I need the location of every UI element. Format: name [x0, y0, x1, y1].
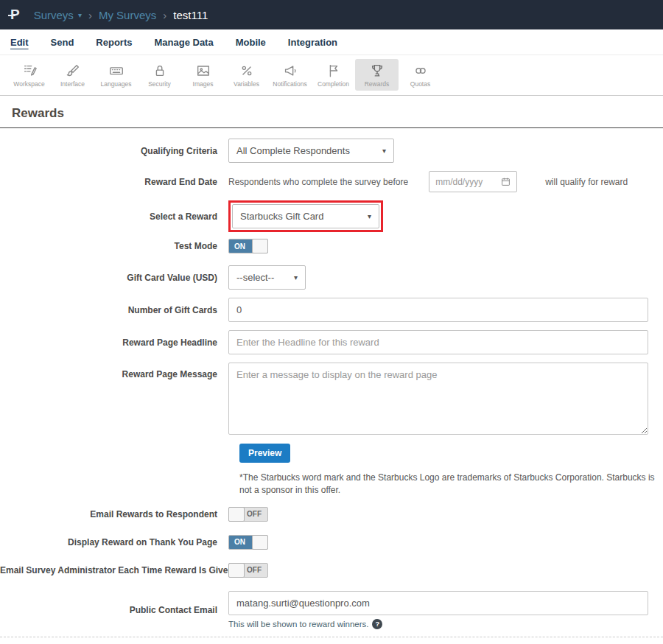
edit-toolbar: Workspace Interface Languages Security I… [0, 55, 663, 96]
tab-integration[interactable]: Integration [288, 37, 337, 48]
completion-icon [326, 63, 342, 79]
toggle-knob [252, 239, 268, 253]
public-email-helper: This will be shown to reward winners. ? [228, 619, 648, 629]
test-mode-row: Test Mode ON [0, 239, 663, 253]
gift-card-value-select[interactable]: --select-- ▾ [228, 265, 306, 290]
images-icon [195, 63, 211, 79]
toolbar-item-label: Rewards [365, 80, 390, 88]
public-contact-email-row: Public Contact Email This will be shown … [0, 591, 663, 629]
toggle-knob [252, 535, 268, 550]
surveys-menu-label: Surveys [34, 9, 74, 21]
chevron-down-icon: ▾ [78, 11, 82, 19]
toolbar-item-variables[interactable]: Variables [225, 59, 268, 91]
toolbar-item-quotas[interactable]: Quotas [399, 59, 442, 91]
email-rewards-label: Email Rewards to Respondent [0, 509, 228, 519]
chevron-down-icon: ▾ [294, 273, 298, 281]
quotas-icon [413, 63, 429, 79]
workspace-icon [21, 63, 38, 79]
toolbar-item-label: Images [193, 80, 214, 88]
email-rewards-row: Email Rewards to Respondent OFF [0, 507, 663, 522]
toolbar-item-security[interactable]: Security [138, 59, 181, 91]
preview-button[interactable]: Preview [239, 444, 290, 463]
toggle-knob [228, 563, 245, 578]
rewards-trophy-icon [369, 63, 385, 79]
toolbar-item-notifications[interactable]: Notifications [268, 59, 312, 91]
test-mode-label: Test Mode [0, 241, 228, 251]
toolbar-item-languages[interactable]: Languages [94, 59, 138, 91]
reward-end-date-row: Reward End Date Respondents who complete… [0, 171, 663, 192]
breadcrumb-my-surveys[interactable]: My Surveys [99, 9, 156, 21]
tab-reports[interactable]: Reports [96, 37, 132, 48]
toolbar-item-label: Languages [100, 80, 131, 88]
breadcrumb-survey-name: test111 [173, 9, 208, 21]
breadcrumb-separator: › [163, 9, 166, 21]
rewards-form: Qualifying Criteria All Complete Respond… [0, 128, 663, 644]
number-of-gift-cards-input[interactable] [228, 298, 648, 322]
toolbar-item-label: Workspace [13, 80, 44, 88]
toggle-state-label: OFF [247, 566, 262, 574]
number-of-gift-cards-label: Number of Gift Cards [0, 305, 228, 315]
tab-send[interactable]: Send [51, 37, 74, 48]
topbar: P Surveys ▾ › My Surveys › test111 [0, 0, 663, 29]
reward-page-message-textarea[interactable] [228, 363, 648, 435]
end-date-input[interactable]: mm/dd/yyyy [429, 171, 517, 192]
toggle-knob [228, 507, 245, 522]
select-reward-select[interactable]: Starbucks Gift Card ▾ [232, 204, 379, 228]
variables-icon [239, 63, 255, 79]
calendar-icon [501, 177, 511, 186]
surveys-menu[interactable]: Surveys ▾ [34, 9, 82, 21]
email-admin-toggle[interactable]: OFF [228, 563, 268, 578]
tab-mobile[interactable]: Mobile [236, 37, 266, 48]
gift-card-value-row: Gift Card Value (USD) --select-- ▾ [0, 265, 663, 290]
help-icon[interactable]: ? [372, 619, 382, 629]
number-of-gift-cards-row: Number of Gift Cards [0, 298, 663, 322]
toolbar-item-label: Completion [318, 80, 349, 88]
toolbar-item-label: Notifications [273, 80, 306, 88]
highlight-box: Starbucks Gift Card ▾ [228, 200, 383, 232]
display-reward-row: Display Reward on Thank You Page ON [0, 535, 663, 550]
date-placeholder: mm/dd/yyyy [435, 177, 483, 187]
toolbar-item-interface[interactable]: Interface [51, 59, 94, 91]
display-reward-label: Display Reward on Thank You Page [0, 537, 228, 547]
gift-card-value-label: Gift Card Value (USD) [0, 273, 228, 283]
toolbar-item-rewards[interactable]: Rewards [355, 59, 399, 91]
main-nav: Edit Send Reports Manage Data Mobile Int… [0, 29, 663, 55]
breadcrumb-separator: › [88, 9, 92, 21]
email-admin-row: Email Survey Administrator Each Time Rew… [0, 563, 663, 578]
reward-page-message-row: Reward Page Message [0, 363, 663, 438]
questionpro-logo[interactable]: P [10, 7, 20, 23]
test-mode-toggle[interactable]: ON [228, 239, 268, 253]
preview-row: Preview *The Starbucks word mark and the… [239, 444, 663, 497]
helper-text: This will be shown to reward winners. [228, 620, 368, 629]
tab-edit[interactable]: Edit [10, 37, 29, 48]
selected-value: --select-- [236, 272, 274, 283]
toolbar-item-label: Variables [234, 80, 259, 88]
reward-page-headline-input[interactable] [228, 330, 648, 354]
security-icon [152, 63, 168, 79]
public-contact-email-label: Public Contact Email [0, 605, 228, 615]
reward-end-date-label: Reward End Date [0, 177, 228, 187]
chevron-down-icon: ▾ [382, 147, 386, 155]
public-contact-email-input[interactable] [228, 591, 648, 615]
toolbar-item-label: Interface [60, 80, 85, 88]
interface-icon [65, 63, 81, 79]
display-reward-toggle[interactable]: ON [228, 535, 268, 550]
reward-page-headline-row: Reward Page Headline [0, 330, 663, 354]
toolbar-item-images[interactable]: Images [181, 59, 225, 91]
notifications-icon [282, 63, 298, 79]
dashed-divider [0, 637, 663, 637]
toolbar-item-label: Security [148, 80, 171, 88]
toolbar-item-completion[interactable]: Completion [312, 59, 355, 91]
toolbar-item-workspace[interactable]: Workspace [7, 59, 51, 91]
email-rewards-toggle[interactable]: OFF [228, 507, 268, 522]
page-title: Rewards [12, 106, 663, 121]
toolbar-item-label: Quotas [410, 80, 430, 88]
starbucks-disclaimer: *The Starbucks word mark and the Starbuc… [239, 472, 663, 497]
qualifying-criteria-select[interactable]: All Complete Respondents ▾ [228, 139, 394, 163]
qualifying-criteria-row: Qualifying Criteria All Complete Respond… [0, 139, 663, 163]
selected-value: All Complete Respondents [236, 145, 350, 156]
end-date-suffix-text: will qualify for reward [545, 177, 628, 187]
toggle-state-label: OFF [247, 510, 262, 518]
email-admin-label: Email Survey Administrator Each Time Rew… [0, 565, 228, 575]
tab-manage-data[interactable]: Manage Data [154, 37, 213, 48]
